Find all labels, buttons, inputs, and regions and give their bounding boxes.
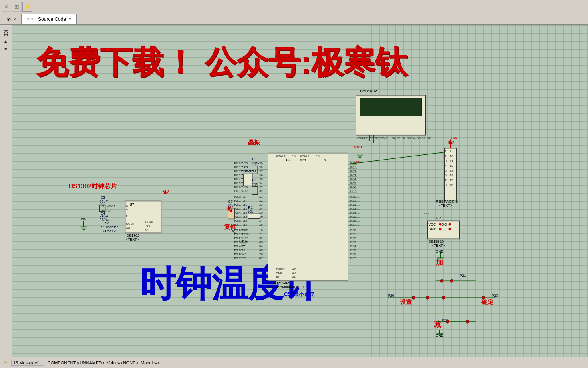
svg-text:P3.3/INT1: P3.3/INT1: [234, 240, 249, 244]
toolbar: ✕ ⊞ ⚡: [0, 0, 588, 14]
svg-text:VEE: VEE: [369, 136, 375, 140]
svg-text:8: 8: [259, 256, 261, 260]
tab-source-code-close[interactable]: ✕: [68, 17, 72, 22]
svg-text:5: 5: [126, 214, 128, 218]
scroll-down-button[interactable]: ▼: [3, 46, 9, 53]
svg-text:ALE: ALE: [276, 271, 282, 274]
svg-point-246: [466, 320, 469, 323]
svg-text:GND: GND: [429, 227, 437, 231]
svg-text:P37: P37: [350, 256, 356, 260]
svg-text:P1.1/T2EX: P1.1/T2EX: [234, 232, 250, 236]
svg-text:X2: X2: [105, 221, 109, 225]
svg-text:XTAL1: XTAL1: [276, 154, 286, 158]
svg-text:D0 D1 D2 D3 D4 D5 D6 D7: D0 D1 D2 D3 D4 D5 D6 D7: [392, 136, 431, 140]
svg-text:P0.2/AD2: P0.2/AD2: [234, 170, 248, 173]
svg-text:15: 15: [450, 178, 453, 182]
svg-text:11.0592M: 11.0592M: [240, 169, 256, 173]
svg-text:38: 38: [259, 166, 263, 169]
svg-text:P05: P05: [350, 182, 356, 185]
svg-text:6: 6: [445, 174, 447, 177]
svg-text:RW: RW: [380, 136, 385, 140]
svg-text:E: E: [386, 136, 388, 140]
svg-text:29: 29: [292, 267, 296, 270]
svg-text:P1.3: P1.3: [234, 240, 241, 244]
svg-text:DQ: DQ: [442, 222, 447, 226]
scroll-up-button[interactable]: ▲: [3, 38, 9, 45]
svg-text:P0.0/AD0: P0.0/AD0: [234, 162, 248, 165]
svg-text:2: 2: [445, 154, 447, 158]
tab-ire-close[interactable]: ✕: [13, 17, 16, 22]
lightning-icon[interactable]: ⚡: [22, 2, 32, 12]
svg-text:C3: C3: [101, 196, 105, 200]
svg-text:14: 14: [259, 244, 263, 248]
svg-rect-2: [360, 98, 422, 116]
message-count[interactable]: 16 Message(...: [11, 360, 44, 366]
watermark-title: 免费下载！ 公众号:极寒钛: [36, 41, 407, 84]
svg-text:P22: P22: [442, 318, 448, 322]
svg-text:P1.2: P1.2: [234, 236, 241, 240]
svg-text:P20: P20: [350, 195, 356, 198]
svg-text:P24: P24: [350, 211, 356, 214]
svg-text:晶振: 晶振: [248, 139, 260, 146]
svg-rect-209: [428, 221, 460, 239]
svg-rect-166: [248, 214, 260, 218]
svg-text:减: 减: [434, 320, 441, 328]
svg-text:10uF: 10uF: [227, 204, 236, 208]
svg-text:14: 14: [450, 174, 453, 177]
svg-text:P21: P21: [350, 199, 356, 202]
svg-text:P1.0/T2: P1.0/T2: [234, 228, 246, 232]
svg-text:P2.5/A13: P2.5/A13: [234, 215, 247, 218]
svg-text:P35: P35: [350, 248, 356, 252]
svg-text:+5V: +5V: [354, 160, 360, 164]
svg-text:3: 3: [445, 159, 447, 163]
svg-text:2: 2: [259, 232, 261, 236]
svg-text:8: 8: [126, 204, 128, 208]
schematic-canvas[interactable]: 免费下载！ 公众号:极寒钛 时钟温度计 LCD1602 VSS VDD VEE …: [12, 25, 588, 357]
svg-text:P30: P30: [350, 228, 356, 232]
svg-text:P0.6/AD6: P0.6/AD6: [234, 186, 248, 189]
grid-icon[interactable]: ⊞: [12, 2, 22, 12]
svg-text:C51最小系统: C51最小系统: [284, 291, 315, 297]
svg-text:34: 34: [259, 182, 263, 185]
svg-point-163: [230, 210, 232, 212]
svg-text:10: 10: [450, 154, 453, 158]
tab-source-code[interactable]: 0101 Source Code ✕: [22, 14, 77, 24]
tab-ire[interactable]: Ire ✕: [0, 14, 22, 24]
svg-text:P23: P23: [350, 207, 356, 210]
svg-text:4: 4: [445, 164, 447, 168]
svg-point-228: [440, 279, 443, 282]
svg-text:C5: C5: [252, 157, 256, 161]
svg-text:26: 26: [259, 215, 263, 218]
svg-text:加: 加: [435, 258, 443, 266]
svg-text:28: 28: [259, 223, 263, 226]
svg-text:P0.5/AD5: P0.5/AD5: [234, 182, 248, 185]
svg-text:13: 13: [259, 240, 263, 244]
svg-text:设置: 设置: [400, 298, 412, 305]
svg-text:GND: GND: [354, 145, 362, 149]
svg-text:31: 31: [292, 275, 296, 278]
svg-text:P26: P26: [350, 219, 356, 222]
svg-text:9: 9: [324, 158, 326, 162]
watermark-subtitle: 时钟温度计: [140, 260, 320, 309]
svg-text:4: 4: [126, 218, 128, 222]
message-text: COMPONENT <UNNAMED>, Value=<NONE>, Modul…: [48, 360, 160, 365]
svg-text:U3: U3: [286, 158, 290, 162]
svg-rect-195: [100, 205, 105, 211]
svg-point-214: [449, 223, 451, 225]
svg-text:18: 18: [292, 154, 296, 158]
svg-rect-158: [252, 187, 258, 195]
svg-text:<TEXT>: <TEXT>: [103, 229, 116, 233]
svg-text:9: 9: [450, 150, 452, 153]
svg-text:10: 10: [259, 228, 263, 232]
svg-text:P07: P07: [350, 189, 356, 193]
svg-text:P0.7/AD7: P0.7/AD7: [234, 189, 248, 193]
svg-text:P2.4/A12: P2.4/A12: [234, 211, 247, 214]
svg-point-236: [426, 296, 429, 299]
svg-text:EA: EA: [276, 275, 280, 278]
cross-icon[interactable]: ✕: [2, 2, 11, 12]
svg-text:22pF: 22pF: [100, 216, 108, 220]
svg-text:PSEN: PSEN: [276, 267, 285, 270]
main-area: ICE ▲ ▼ 免费下载！ 公众号:极寒钛 时钟温度计 LCD1602 VSS …: [0, 25, 588, 357]
svg-text:P33: P33: [350, 240, 356, 244]
svg-text:P16: P16: [144, 224, 150, 228]
